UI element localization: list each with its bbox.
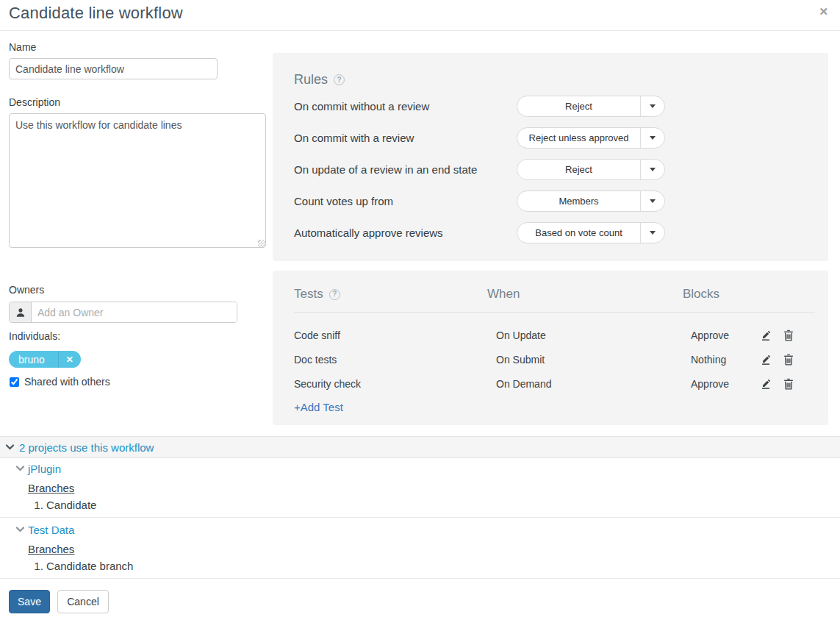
cancel-button[interactable]: Cancel	[57, 590, 109, 613]
rule-label: On update of a review in an end state	[294, 163, 477, 176]
test-when: On Update	[496, 329, 546, 341]
name-input[interactable]	[9, 58, 218, 79]
test-row: Security check On Demand Approve	[294, 374, 807, 395]
edit-icon[interactable]	[760, 354, 772, 368]
name-label: Name	[9, 41, 36, 53]
rules-panel: Rules ? On commit without a review Rejec…	[273, 53, 828, 261]
when-column-header: When	[487, 287, 520, 302]
individuals-label: Individuals:	[9, 330, 60, 342]
caret-down-icon	[641, 191, 664, 211]
test-name: Code sniff	[294, 329, 340, 341]
test-name: Doc tests	[294, 354, 337, 366]
chevron-down-icon[interactable]	[16, 527, 24, 532]
shared-with-others-checkbox[interactable]	[10, 377, 19, 387]
project-link[interactable]: jPlugin	[28, 463, 61, 475]
person-icon	[10, 302, 32, 322]
dialog-header: Candidate line workflow ✕	[0, 0, 840, 31]
page-title: Candidate line workflow	[9, 4, 183, 23]
save-button[interactable]: Save	[9, 590, 50, 613]
trash-icon[interactable]	[783, 378, 794, 392]
trash-icon[interactable]	[783, 354, 794, 368]
branches-link[interactable]: Branches	[28, 543, 74, 555]
rule-label: Count votes up from	[294, 195, 393, 207]
test-blocks: Approve	[691, 378, 729, 390]
projects-summary-bar: 2 projects use this workflow	[0, 436, 840, 458]
rule-label: Automatically approve reviews	[294, 227, 443, 239]
tests-title: Tests	[294, 287, 323, 302]
question-icon[interactable]: ?	[329, 289, 340, 300]
rule-select-on-update-end-state[interactable]: Reject	[517, 159, 665, 180]
caret-down-icon	[641, 96, 664, 116]
edit-icon[interactable]	[760, 329, 772, 343]
edit-icon[interactable]	[760, 378, 772, 392]
textarea-resize-handle[interactable]	[258, 240, 265, 247]
description-textarea[interactable]: Use this workflow for candidate lines	[9, 113, 266, 248]
divider	[0, 578, 840, 579]
rule-select-on-commit-without-review[interactable]: Reject	[517, 96, 665, 117]
add-owner-input[interactable]	[32, 302, 237, 322]
projects-summary-link[interactable]: 2 projects use this workflow	[19, 441, 154, 454]
rule-label: On commit without a review	[294, 100, 429, 113]
description-label: Description	[9, 96, 60, 108]
tests-panel: Tests ? When Blocks Code sniff On Update…	[273, 271, 828, 425]
trash-icon[interactable]	[783, 329, 794, 343]
caret-down-icon	[641, 160, 664, 179]
branch-item: Candidate	[46, 499, 96, 511]
test-name: Security check	[294, 378, 361, 390]
question-icon[interactable]: ?	[334, 74, 345, 85]
branch-item: Candidate branch	[46, 560, 133, 572]
blocks-column-header: Blocks	[683, 287, 719, 302]
project-row: jPlugin	[0, 463, 840, 477]
rule-select-auto-approve[interactable]: Based on vote count	[517, 222, 665, 243]
caret-down-icon	[641, 128, 664, 148]
project-link[interactable]: Test Data	[28, 524, 74, 536]
rule-select-on-commit-with-review[interactable]: Reject unless approved	[517, 127, 665, 149]
rules-title: Rules	[294, 72, 328, 88]
shared-with-others-label: Shared with others	[24, 376, 110, 388]
test-blocks: Nothing	[691, 354, 726, 366]
owners-label: Owners	[9, 284, 44, 296]
rule-select-count-votes[interactable]: Members	[517, 190, 665, 212]
owners-input-group	[9, 302, 237, 323]
rule-label: On commit with a review	[294, 132, 414, 144]
tag-remove-icon[interactable]: ✕	[58, 351, 81, 368]
chevron-down-icon[interactable]	[6, 444, 14, 450]
test-blocks: Approve	[691, 329, 729, 341]
project-row: Test Data	[0, 524, 840, 538]
close-icon[interactable]: ✕	[819, 5, 828, 18]
test-row: Code sniff On Update Approve	[294, 326, 807, 346]
divider	[0, 517, 840, 518]
test-when: On Submit	[496, 354, 545, 366]
branches-link[interactable]: Branches	[28, 482, 74, 494]
caret-down-icon	[641, 223, 664, 243]
owner-tag-bruno: bruno ✕	[9, 351, 81, 368]
test-row: Doc tests On Submit Nothing	[294, 350, 807, 371]
chevron-down-icon[interactable]	[16, 466, 24, 471]
test-when: On Demand	[496, 378, 551, 390]
add-test-link[interactable]: +Add Test	[294, 401, 343, 413]
owner-tag-label: bruno	[9, 354, 58, 366]
